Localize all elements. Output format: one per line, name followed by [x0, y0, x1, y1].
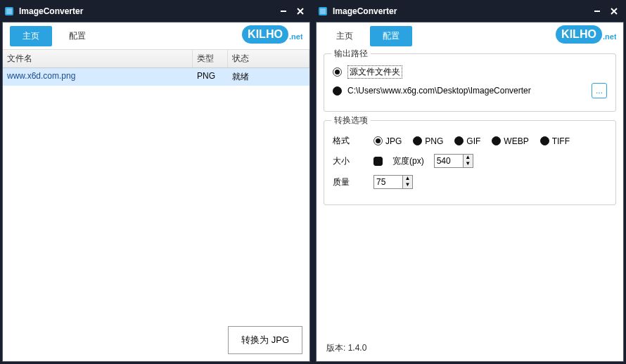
svg-text:KILHO: KILHO [248, 28, 283, 40]
output-path-group-title: 输出路径 [331, 48, 371, 60]
tab-config[interactable]: 配置 [56, 26, 98, 46]
width-spinner[interactable]: ▲▼ [463, 155, 473, 167]
cell-type: PNG [193, 70, 228, 84]
tab-config[interactable]: 配置 [370, 26, 412, 46]
format-option-png[interactable]: PNG [413, 136, 443, 146]
svg-rect-2 [281, 11, 286, 12]
browse-button[interactable]: ... [592, 83, 607, 98]
width-checkbox[interactable] [373, 157, 383, 166]
column-header-name[interactable]: 文件名 [3, 50, 193, 67]
radio-source-folder-label[interactable]: 源文件文件夹 [347, 65, 402, 79]
column-header-status[interactable]: 状态 [228, 50, 309, 67]
format-option-tiff[interactable]: TIFF [540, 136, 570, 146]
minimize-button[interactable] [589, 4, 606, 18]
format-option-gif[interactable]: GIF [454, 136, 480, 146]
convert-button[interactable]: 转换为 JPG [228, 326, 302, 354]
width-input[interactable] [435, 155, 463, 167]
svg-rect-1 [6, 8, 12, 14]
cell-filename: www.x6d.com.png [3, 70, 193, 84]
tab-main[interactable]: 主页 [10, 26, 52, 46]
tab-main[interactable]: 主页 [324, 26, 366, 46]
table-row[interactable]: www.x6d.com.png PNG 就绪 [3, 68, 309, 86]
svg-text:KILHO: KILHO [561, 28, 596, 40]
app-icon [317, 6, 328, 17]
close-button[interactable] [606, 4, 622, 18]
size-label: 大小 [333, 155, 364, 167]
close-button[interactable] [292, 4, 309, 18]
quality-label: 质量 [333, 176, 364, 188]
brand-logo: KILHO .net [242, 25, 302, 46]
convert-options-group-title: 转换选项 [331, 115, 371, 126]
format-label: 格式 [333, 135, 364, 147]
quality-input[interactable] [374, 176, 402, 188]
window-title: ImageConverter [19, 6, 83, 16]
app-icon [4, 6, 15, 17]
radio-source-folder[interactable] [333, 67, 342, 77]
svg-rect-8 [594, 11, 600, 12]
custom-path-text: C:\Users\www.x6g.com\Desktop\ImageConver… [347, 86, 586, 96]
cell-status: 就绪 [228, 70, 309, 84]
format-option-jpg[interactable]: JPG [373, 136, 402, 146]
minimize-button[interactable] [275, 4, 292, 18]
column-header-type[interactable]: 类型 [193, 50, 228, 67]
version-label: 版本: 1.4.0 [317, 335, 623, 361]
svg-rect-7 [320, 8, 326, 14]
quality-spinner[interactable]: ▲▼ [402, 176, 412, 188]
width-label: 宽度(px) [392, 155, 424, 167]
svg-text:.net: .net [289, 32, 302, 41]
radio-custom-path[interactable] [333, 86, 342, 96]
brand-logo: KILHO .net [556, 25, 616, 46]
svg-text:.net: .net [603, 32, 616, 41]
window-title: ImageConverter [333, 6, 397, 16]
format-option-webp[interactable]: WEBP [492, 136, 528, 146]
